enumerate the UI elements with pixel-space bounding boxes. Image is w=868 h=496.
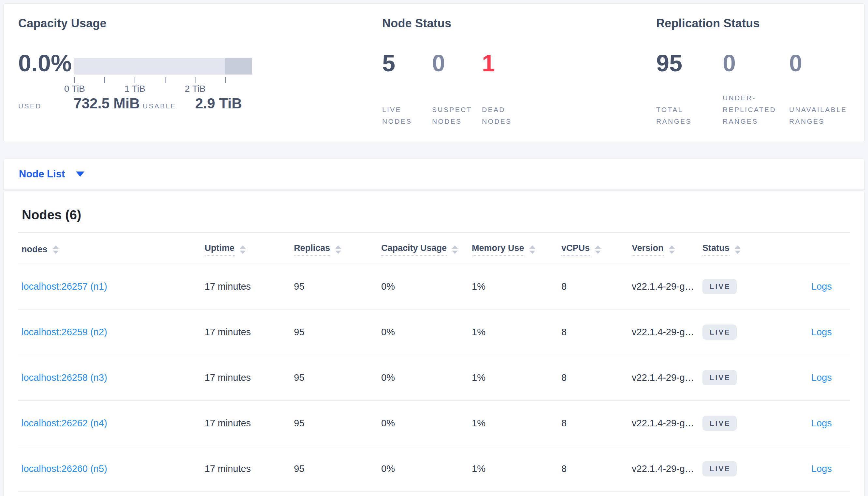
memory-cell: 1%	[472, 418, 562, 429]
vcpus-cell: 8	[562, 463, 632, 474]
cluster-overview-summary-panel: Capacity Usage 0.0% 0 TiB 1 TiB	[3, 3, 865, 142]
total-ranges-label: TOTAL RANGES	[656, 78, 717, 127]
logs-link[interactable]: Logs	[811, 327, 832, 338]
uptime-cell: 17 minutes	[205, 281, 294, 292]
live-nodes-count: 5	[382, 48, 432, 78]
memory-cell: 1%	[472, 281, 562, 292]
node-link[interactable]: localhost:26260 (n5)	[21, 463, 107, 474]
used-value: 732.5 MiB	[74, 95, 143, 112]
replication-status-title: Replication Status	[656, 17, 865, 30]
version-cell: v22.1.4-29-g…	[632, 372, 703, 383]
axis-tick	[104, 77, 105, 83]
version-cell: v22.1.4-29-g…	[632, 463, 703, 474]
capacity-cell: 0%	[381, 463, 472, 474]
node-link[interactable]: localhost:26259 (n2)	[21, 327, 107, 337]
under-replicated-ranges-count: 0	[723, 48, 789, 78]
memory-cell: 1%	[472, 327, 562, 338]
table-row: localhost:26259 (n2) 17 minutes 95 0% 1%…	[18, 310, 850, 355]
version-cell: v22.1.4-29-g…	[632, 327, 703, 338]
sort-icon	[452, 245, 458, 254]
status-badge: LIVE	[703, 370, 737, 385]
version-cell: v22.1.4-29-g…	[632, 418, 703, 429]
column-header-uptime[interactable]: Uptime	[205, 243, 294, 256]
node-link[interactable]: localhost:26257 (n1)	[21, 281, 107, 292]
capacity-bar-extra-segment	[225, 58, 252, 75]
logs-link[interactable]: Logs	[811, 372, 832, 383]
uptime-cell: 17 minutes	[205, 463, 294, 474]
column-header-nodes[interactable]: nodes	[18, 244, 205, 254]
view-selector-bar: Node List	[3, 158, 865, 190]
capacity-bar-track	[74, 58, 252, 75]
capacity-cell: 0%	[381, 281, 472, 292]
under-replicated-ranges-label: UNDER-REPLICATED RANGES	[723, 78, 783, 127]
uptime-cell: 17 minutes	[205, 327, 294, 338]
status-badge: LIVE	[703, 416, 737, 431]
node-link[interactable]: localhost:26258 (n3)	[21, 372, 107, 383]
nodes-table: nodes Uptime Replicas Capacity Usage Mem…	[18, 232, 850, 492]
node-list-dropdown[interactable]: Node List	[19, 168, 85, 180]
logs-link[interactable]: Logs	[811, 418, 832, 429]
replicas-cell: 95	[294, 281, 381, 292]
uptime-cell: 17 minutes	[205, 372, 294, 383]
table-header-row: nodes Uptime Replicas Capacity Usage Mem…	[18, 232, 850, 264]
sort-icon	[669, 245, 675, 254]
axis-tick	[165, 77, 165, 83]
node-status-title: Node Status	[382, 17, 643, 30]
column-header-replicas[interactable]: Replicas	[294, 243, 381, 256]
total-ranges-stat: 95 TOTAL RANGES	[656, 48, 723, 127]
replicas-cell: 95	[294, 372, 381, 383]
unavailable-ranges-count: 0	[789, 48, 856, 78]
logs-link[interactable]: Logs	[811, 463, 832, 474]
axis-tick-label: 0 TiB	[55, 84, 94, 94]
chevron-down-icon	[76, 171, 85, 177]
version-cell: v22.1.4-29-g…	[632, 281, 703, 292]
capacity-axis-ticks	[74, 75, 252, 84]
column-header-memory-use[interactable]: Memory Use	[472, 243, 562, 256]
vcpus-cell: 8	[562, 281, 632, 292]
memory-cell: 1%	[472, 463, 562, 474]
node-list-panel: Nodes (6) nodes Uptime Replicas Capacity…	[3, 190, 865, 496]
axis-tick	[225, 77, 226, 83]
vcpus-cell: 8	[562, 372, 632, 383]
column-header-status[interactable]: Status	[703, 243, 782, 256]
sort-icon	[53, 245, 59, 254]
unavailable-ranges-label: UNAVAILABLE RANGES	[789, 78, 850, 127]
column-header-vcpus[interactable]: vCPUs	[562, 243, 632, 256]
capacity-cell: 0%	[381, 327, 472, 338]
column-header-capacity-usage[interactable]: Capacity Usage	[381, 243, 472, 256]
dead-nodes-stat: 1 DEAD NODES	[482, 48, 532, 127]
capacity-usage-section: Capacity Usage 0.0% 0 TiB 1 TiB	[18, 17, 364, 142]
logs-link[interactable]: Logs	[811, 281, 832, 292]
column-header-version[interactable]: Version	[632, 243, 703, 256]
replication-status-section: Replication Status 95 TOTAL RANGES 0 UND…	[656, 17, 865, 142]
under-replicated-ranges-stat: 0 UNDER-REPLICATED RANGES	[723, 48, 789, 127]
sort-icon	[240, 245, 246, 254]
replicas-cell: 95	[294, 418, 381, 429]
usable-label: USABLE	[143, 102, 195, 110]
table-row: localhost:26257 (n1) 17 minutes 95 0% 1%…	[18, 264, 850, 310]
sort-icon	[595, 245, 601, 254]
usable-value: 2.9 TiB	[195, 95, 242, 112]
replicas-cell: 95	[294, 463, 381, 474]
capacity-bar-chart: 0 TiB 1 TiB 2 TiB	[74, 58, 252, 95]
table-row: localhost:26260 (n5) 17 minutes 95 0% 1%…	[18, 446, 850, 492]
dead-nodes-label: DEAD NODES	[482, 78, 532, 127]
replicas-cell: 95	[294, 327, 381, 338]
vcpus-cell: 8	[562, 418, 632, 429]
table-row: localhost:26258 (n3) 17 minutes 95 0% 1%…	[18, 355, 850, 401]
node-link[interactable]: localhost:26262 (n4)	[21, 418, 107, 428]
sort-icon	[335, 245, 341, 254]
used-label: USED	[18, 102, 74, 110]
suspect-nodes-stat: 0 SUSPECT NODES	[432, 48, 482, 127]
table-row: localhost:26262 (n4) 17 minutes 95 0% 1%…	[18, 401, 850, 446]
status-badge: LIVE	[703, 279, 737, 294]
nodes-heading: Nodes (6)	[22, 206, 864, 223]
dead-nodes-count: 1	[482, 48, 532, 78]
sort-icon	[735, 245, 740, 254]
suspect-nodes-count: 0	[432, 48, 482, 78]
axis-tick-label: 2 TiB	[176, 84, 215, 94]
axis-tick	[74, 77, 75, 83]
node-list-dropdown-label: Node List	[19, 168, 65, 180]
memory-cell: 1%	[472, 372, 562, 383]
suspect-nodes-label: SUSPECT NODES	[432, 78, 482, 127]
